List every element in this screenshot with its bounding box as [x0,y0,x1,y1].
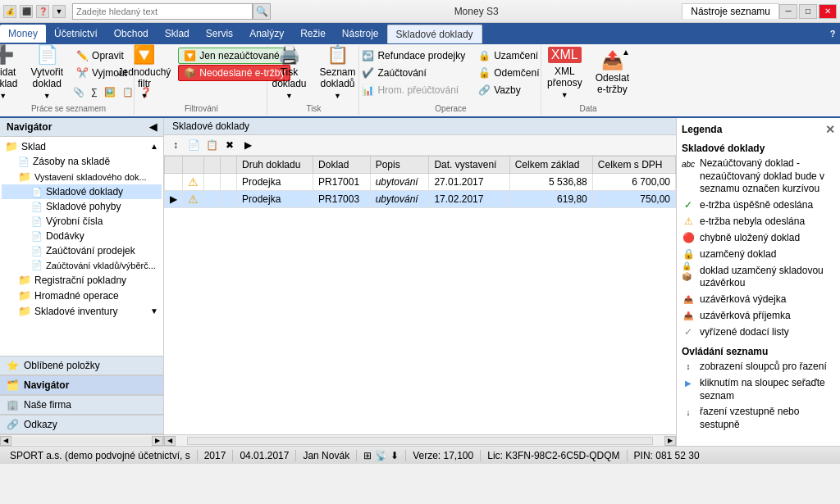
close-button[interactable]: ✕ [819,4,837,19]
create-doklad-button[interactable]: 📄 Vytvořitdoklad ▼ [25,48,69,98]
h-scroll-right[interactable]: ▶ [664,436,676,446]
sidebar-scrollbar[interactable]: ◀ ▶ [0,434,163,446]
copy-btn[interactable]: 📋 [203,137,220,153]
col-doklad[interactable]: Doklad [313,157,371,174]
tisk-dokladu-button[interactable]: 🖨️ Tiskdokladu ▼ [266,48,312,98]
tb-icon1[interactable]: ⬛ [20,5,33,18]
menu-item-skladove-doklady[interactable]: Skladové doklady [387,25,482,43]
col-druh[interactable]: Druh dokladu [237,157,313,174]
tree-sklad-pohyby[interactable]: 📄 Skladové pohyby [2,199,162,214]
refundace-button[interactable]: ↩️ Refundace prodejky [356,48,471,64]
sum-button[interactable]: ∑ [89,84,100,100]
hrom-icon: 📊 [362,84,374,96]
menu-item-money[interactable]: Money [0,25,46,43]
file-icon-pohyby: 📄 [31,202,43,212]
zauctovani-button[interactable]: ✔️ Zaúčtování [356,65,471,81]
tree-dodavky[interactable]: 📄 Dodávky [2,229,162,243]
col-status1[interactable] [204,157,221,174]
attach-button[interactable]: 📎 [71,84,87,100]
menu-item-analyzy[interactable]: Analýzy [241,25,292,43]
navigátor-title: Navigátor [7,121,52,133]
sidebar-tree: 📁 Sklad ▲ 📄 Zásoby na skladě 📁 Vystavení… [0,137,163,356]
content-tab: Skladové doklady [164,118,676,135]
tree-skladove-doklady[interactable]: 📄 Skladové doklady [2,184,162,199]
legend-text-chybne: chybně uložený doklad [700,232,800,245]
sklad-collapse[interactable]: ▲ [150,142,158,151]
scroll-right[interactable]: ▶ [152,436,163,446]
nase-firma-icon: 🏢 [7,399,19,411]
sidebar-odkazy[interactable]: 🔗 Odkazy [0,415,163,434]
tree-vkladu-label: Zaúčtování vkladů/výběrč... [46,261,156,270]
ribbon-collapse-button[interactable]: ▲ [622,48,630,57]
maximize-button[interactable]: □ [799,4,817,19]
h-scroll-left[interactable]: ◀ [164,436,176,446]
search-input[interactable] [72,3,253,20]
legend-icon-lock: 🔒 [682,248,695,261]
hrom-preuctovani-button[interactable]: 📊 Hrom. přeúčtování [356,82,471,98]
odemceni-label: Odemčení [494,67,539,79]
tree-zauctovani-vkladu[interactable]: 📄 Zaúčtování vkladů/výběrč... [2,258,162,272]
col-zaklad[interactable]: Celkem základ [509,157,592,174]
ribbon-group-operace-label: Operace [435,104,466,113]
minimize-button[interactable]: ─ [779,4,797,19]
new-btn[interactable]: 📄 [185,137,202,153]
col-status2[interactable] [221,157,237,174]
uzamceni-button[interactable]: 🔒 Uzamčení [472,48,545,64]
menu-item-rezie[interactable]: Režie [292,25,334,43]
table-row[interactable]: ⚠ Prodejka PR17001 ubytování 27.01.2017 … [165,174,676,191]
jednoduch-filtr-button[interactable]: 🔽 Jednoduchýfiltr ▼ [112,48,177,98]
table-toolbar: ↕ 📄 📋 ✖ ▶ [164,135,676,156]
status-year: 2017 [198,450,234,461]
seznam-dokladu-button[interactable]: 📋 Seznamdokladů ▼ [314,48,362,98]
legend-text-uzamceny: uzamčený doklad [700,248,776,261]
menu-item-sklad[interactable]: Sklad [157,25,198,43]
table-scroll[interactable]: Druh dokladu Doklad Popis Dat. vystavení… [164,156,676,434]
odemceni-button[interactable]: 🔓 Odemčení [472,65,545,81]
menu-item-servis[interactable]: Servis [198,25,241,43]
help-icon[interactable]: ? [825,26,840,41]
tree-zasoby[interactable]: 📄 Zásoby na skladě [2,154,162,169]
table-row[interactable]: ▶ ⚠ Prodejka PR17003 ubytování 17.02.201… [165,191,676,208]
scroll-left[interactable]: ◀ [0,436,11,446]
delete-btn[interactable]: ✖ [221,137,238,153]
col-sort[interactable] [165,157,183,174]
menu-item-ucetnictvi[interactable]: Účetnictví [46,25,106,43]
col-sdph[interactable]: Celkem s DPH [592,157,675,174]
add-doklad-button[interactable]: ➕ Přidatdoklad ▼ [0,48,23,98]
xml-prenosy-button[interactable]: XML XMLpřenosy ▼ [541,48,588,98]
menu-item-obchod[interactable]: Obchod [106,25,157,43]
arrow-right-btn[interactable]: ▶ [240,137,256,153]
sidebar-oblibene[interactable]: ⭐ Oblíbené položky [0,356,163,375]
ribbon: ➕ Přidatdoklad ▼ 📄 Vytvořitdoklad ▼ ✏️ O… [0,44,840,118]
legend-close-button[interactable]: ✕ [825,123,835,136]
legend-text-prijemka: uzávěrková příjemka [700,310,791,323]
status-icon-1[interactable]: ⊞ [363,450,372,461]
col-warn[interactable] [183,157,204,174]
ribbon-col-operace1: ↩️ Refundace prodejky ✔️ Zaúčtování 📊 Hr… [356,48,471,98]
status-icon-3[interactable]: ⬇ [390,450,399,461]
sidebar-navigátor[interactable]: 🗂️ Navigátor [0,375,163,395]
col-dat[interactable]: Dat. vystavení [429,157,509,174]
folder-icon-inventury: 📁 [18,305,31,317]
ribbon-group-tisk: 🖨️ Tiskdokladu ▼ 📋 Seznamdokladů ▼ Tisk [269,46,359,115]
tree-hromadne[interactable]: 📁 Hromadné operace [2,288,162,303]
file-icon-zauctovani: 📄 [31,246,43,257]
search-button[interactable]: 🔍 [253,3,271,20]
sort-icon[interactable]: ↕ [167,137,184,153]
col-popis[interactable]: Popis [370,157,429,174]
menu-item-nastroje[interactable]: Nástroje [334,25,387,43]
sidebar-collapse-icon[interactable]: ◀ [149,121,157,133]
status-icon-2[interactable]: 📡 [375,450,387,461]
tree-vystaveni[interactable]: 📁 Vystavení skladového dok... [2,169,162,184]
table-scrollbar-h[interactable]: ◀ ▶ [164,434,676,446]
tree-zauctovani-prod[interactable]: 📄 Zaúčtování prodejek [2,243,162,258]
tb-icon3[interactable]: ▼ [52,5,66,18]
tree-vyrobni[interactable]: 📄 Výrobní čísla [2,214,162,229]
tree-sklad[interactable]: 📁 Sklad ▲ [2,138,162,154]
vazby-button[interactable]: 🔗 Vazby [472,82,545,98]
sidebar-nase-firma[interactable]: 🏢 Naše firma [0,395,163,415]
tree-inventury[interactable]: 📁 Skladové inventury ▼ [2,303,162,319]
tb-icon2[interactable]: ❓ [36,5,49,18]
odeslat-icon: 📤 [601,52,623,70]
tree-registracni[interactable]: 📁 Registrační pokladny [2,272,162,288]
